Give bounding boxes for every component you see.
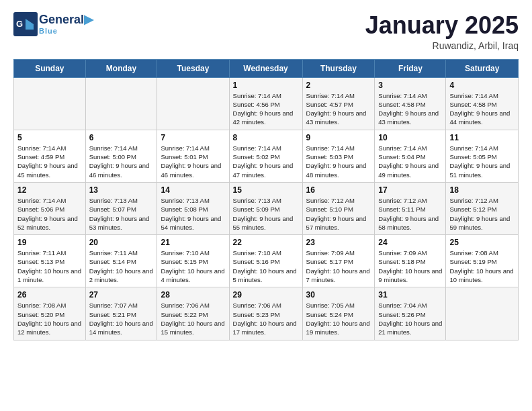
day-info: Sunrise: 7:08 AM Sunset: 5:19 PM Dayligh… xyxy=(449,248,515,284)
day-info: Sunrise: 7:09 AM Sunset: 5:18 PM Dayligh… xyxy=(378,248,442,284)
day-number: 9 xyxy=(306,133,371,142)
day-info: Sunrise: 7:07 AM Sunset: 5:21 PM Dayligh… xyxy=(89,301,154,336)
month-title: January 2025 xyxy=(365,12,519,39)
header: G General▶ Blue January 2025 Ruwandiz, A… xyxy=(13,12,519,51)
day-info: Sunrise: 7:10 AM Sunset: 5:15 PM Dayligh… xyxy=(161,248,225,284)
day-number: 6 xyxy=(89,133,154,142)
day-info: Sunrise: 7:11 AM Sunset: 5:14 PM Dayligh… xyxy=(89,248,154,284)
calendar-table: Sunday Monday Tuesday Wednesday Thursday… xyxy=(13,59,519,340)
day-number: 2 xyxy=(306,81,371,90)
day-info: Sunrise: 7:14 AM Sunset: 4:58 PM Dayligh… xyxy=(449,91,515,127)
day-number: 15 xyxy=(233,185,299,195)
table-row: 3Sunrise: 7:14 AM Sunset: 4:58 PM Daylig… xyxy=(375,77,446,130)
table-row: 19Sunrise: 7:11 AM Sunset: 5:13 PM Dayli… xyxy=(14,235,86,287)
day-info: Sunrise: 7:05 AM Sunset: 5:24 PM Dayligh… xyxy=(306,301,371,336)
day-number: 21 xyxy=(161,238,225,247)
calendar-week-row: 1Sunrise: 7:14 AM Sunset: 4:56 PM Daylig… xyxy=(14,77,519,130)
table-row: 9Sunrise: 7:14 AM Sunset: 5:03 PM Daylig… xyxy=(302,130,375,182)
day-number: 4 xyxy=(449,81,515,90)
calendar-week-row: 19Sunrise: 7:11 AM Sunset: 5:13 PM Dayli… xyxy=(14,235,519,287)
table-row: 13Sunrise: 7:13 AM Sunset: 5:07 PM Dayli… xyxy=(85,182,157,234)
logo-text: General▶ xyxy=(39,13,93,27)
location: Ruwandiz, Arbil, Iraq xyxy=(365,40,519,51)
day-number: 31 xyxy=(378,290,442,300)
table-row: 26Sunrise: 7:08 AM Sunset: 5:20 PM Dayli… xyxy=(14,287,86,340)
table-row xyxy=(85,77,157,130)
day-info: Sunrise: 7:14 AM Sunset: 5:04 PM Dayligh… xyxy=(378,144,442,179)
day-info: Sunrise: 7:14 AM Sunset: 4:57 PM Dayligh… xyxy=(306,91,371,127)
day-number: 1 xyxy=(233,81,299,90)
table-row: 22Sunrise: 7:10 AM Sunset: 5:16 PM Dayli… xyxy=(229,235,302,287)
day-info: Sunrise: 7:09 AM Sunset: 5:17 PM Dayligh… xyxy=(306,248,371,284)
table-row xyxy=(14,77,86,130)
table-row: 20Sunrise: 7:11 AM Sunset: 5:14 PM Dayli… xyxy=(85,235,157,287)
day-number: 23 xyxy=(306,238,371,247)
col-wednesday: Wednesday xyxy=(229,59,302,77)
day-number: 11 xyxy=(449,133,515,142)
calendar-week-row: 26Sunrise: 7:08 AM Sunset: 5:20 PM Dayli… xyxy=(14,287,519,340)
day-info: Sunrise: 7:13 AM Sunset: 5:08 PM Dayligh… xyxy=(161,196,225,232)
day-number: 12 xyxy=(17,185,82,195)
table-row: 30Sunrise: 7:05 AM Sunset: 5:24 PM Dayli… xyxy=(302,287,375,340)
table-row: 1Sunrise: 7:14 AM Sunset: 4:56 PM Daylig… xyxy=(229,77,302,130)
day-info: Sunrise: 7:12 AM Sunset: 5:11 PM Dayligh… xyxy=(378,196,442,232)
day-info: Sunrise: 7:14 AM Sunset: 4:56 PM Dayligh… xyxy=(233,91,299,127)
day-info: Sunrise: 7:10 AM Sunset: 5:16 PM Dayligh… xyxy=(233,248,299,284)
day-info: Sunrise: 7:12 AM Sunset: 5:10 PM Dayligh… xyxy=(306,196,371,232)
table-row: 16Sunrise: 7:12 AM Sunset: 5:10 PM Dayli… xyxy=(302,182,375,234)
col-saturday: Saturday xyxy=(446,59,519,77)
logo-icon: G xyxy=(13,12,38,36)
table-row: 11Sunrise: 7:14 AM Sunset: 5:05 PM Dayli… xyxy=(446,130,519,182)
day-number: 8 xyxy=(233,133,299,142)
title-block: January 2025 Ruwandiz, Arbil, Iraq xyxy=(365,12,519,51)
logo: G General▶ Blue xyxy=(13,12,93,36)
day-number: 29 xyxy=(233,290,299,300)
day-number: 25 xyxy=(449,238,515,247)
day-info: Sunrise: 7:14 AM Sunset: 5:02 PM Dayligh… xyxy=(233,144,299,179)
day-number: 18 xyxy=(449,185,515,195)
day-number: 30 xyxy=(306,290,371,300)
day-info: Sunrise: 7:14 AM Sunset: 5:06 PM Dayligh… xyxy=(17,196,82,232)
col-sunday: Sunday xyxy=(14,59,86,77)
table-row: 10Sunrise: 7:14 AM Sunset: 5:04 PM Dayli… xyxy=(375,130,446,182)
table-row: 24Sunrise: 7:09 AM Sunset: 5:18 PM Dayli… xyxy=(375,235,446,287)
day-info: Sunrise: 7:14 AM Sunset: 5:03 PM Dayligh… xyxy=(306,144,371,179)
day-number: 22 xyxy=(233,238,299,247)
table-row: 5Sunrise: 7:14 AM Sunset: 4:59 PM Daylig… xyxy=(14,130,86,182)
day-number: 19 xyxy=(17,238,82,247)
table-row: 18Sunrise: 7:12 AM Sunset: 5:12 PM Dayli… xyxy=(446,182,519,234)
table-row: 12Sunrise: 7:14 AM Sunset: 5:06 PM Dayli… xyxy=(14,182,86,234)
table-row: 27Sunrise: 7:07 AM Sunset: 5:21 PM Dayli… xyxy=(85,287,157,340)
table-row: 6Sunrise: 7:14 AM Sunset: 5:00 PM Daylig… xyxy=(85,130,157,182)
day-info: Sunrise: 7:14 AM Sunset: 4:58 PM Dayligh… xyxy=(378,91,442,127)
day-info: Sunrise: 7:13 AM Sunset: 5:09 PM Dayligh… xyxy=(233,196,299,232)
calendar-header-row: Sunday Monday Tuesday Wednesday Thursday… xyxy=(14,59,519,77)
day-info: Sunrise: 7:13 AM Sunset: 5:07 PM Dayligh… xyxy=(89,196,154,232)
day-number: 10 xyxy=(378,133,442,142)
table-row: 25Sunrise: 7:08 AM Sunset: 5:19 PM Dayli… xyxy=(446,235,519,287)
day-info: Sunrise: 7:06 AM Sunset: 5:23 PM Dayligh… xyxy=(233,301,299,336)
day-number: 26 xyxy=(17,290,82,300)
day-number: 5 xyxy=(17,133,82,142)
day-info: Sunrise: 7:12 AM Sunset: 5:12 PM Dayligh… xyxy=(449,196,515,232)
col-friday: Friday xyxy=(375,59,446,77)
day-number: 16 xyxy=(306,185,371,195)
table-row: 23Sunrise: 7:09 AM Sunset: 5:17 PM Dayli… xyxy=(302,235,375,287)
table-row xyxy=(446,287,519,340)
day-number: 3 xyxy=(378,81,442,90)
day-info: Sunrise: 7:14 AM Sunset: 5:05 PM Dayligh… xyxy=(449,144,515,179)
day-info: Sunrise: 7:06 AM Sunset: 5:22 PM Dayligh… xyxy=(161,301,225,336)
day-info: Sunrise: 7:14 AM Sunset: 5:00 PM Dayligh… xyxy=(89,144,154,179)
day-number: 20 xyxy=(89,238,154,247)
day-number: 28 xyxy=(161,290,225,300)
table-row: 8Sunrise: 7:14 AM Sunset: 5:02 PM Daylig… xyxy=(229,130,302,182)
calendar-week-row: 5Sunrise: 7:14 AM Sunset: 4:59 PM Daylig… xyxy=(14,130,519,182)
table-row: 2Sunrise: 7:14 AM Sunset: 4:57 PM Daylig… xyxy=(302,77,375,130)
col-thursday: Thursday xyxy=(302,59,375,77)
col-tuesday: Tuesday xyxy=(157,59,229,77)
day-number: 24 xyxy=(378,238,442,247)
table-row: 21Sunrise: 7:10 AM Sunset: 5:15 PM Dayli… xyxy=(157,235,229,287)
logo-blue-text: Blue xyxy=(39,27,93,35)
table-row: 14Sunrise: 7:13 AM Sunset: 5:08 PM Dayli… xyxy=(157,182,229,234)
day-number: 27 xyxy=(89,290,154,300)
